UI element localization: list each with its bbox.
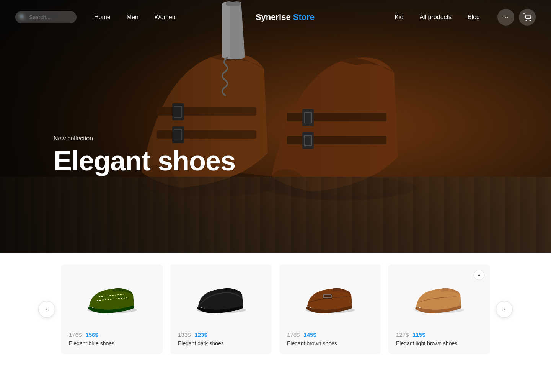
header: 🔍 Home Men Women Synerise Store Kid All … bbox=[0, 0, 551, 34]
nav-kid[interactable]: Kid bbox=[388, 11, 409, 24]
nav-home[interactable]: Home bbox=[88, 11, 117, 24]
brown-shoe-image bbox=[302, 283, 359, 314]
hero-content: New collection Elegant shoes bbox=[54, 135, 235, 176]
original-price-2: 133$ bbox=[178, 332, 191, 338]
product-card: × 127$ 115$ Elegant light brown shoes bbox=[388, 264, 490, 354]
products-section: ‹ 176$ 156$ Eleg bbox=[0, 253, 551, 369]
carousel-next-button[interactable]: › bbox=[496, 301, 513, 318]
product-prices-1: 176$ 156$ bbox=[69, 332, 155, 338]
nav-blog[interactable]: Blog bbox=[461, 11, 486, 24]
product-image-light-brown bbox=[396, 272, 482, 325]
product-image-dark bbox=[178, 272, 264, 325]
product-card: 178$ 145$ Elegant brown shoes bbox=[279, 264, 381, 354]
product-prices-4: 127$ 115$ bbox=[396, 332, 482, 338]
nav-women[interactable]: Women bbox=[148, 11, 182, 24]
logo[interactable]: Synerise Store bbox=[256, 12, 315, 22]
logo-blue: Store bbox=[293, 12, 315, 22]
main-nav-right: Kid All products Blog bbox=[388, 11, 486, 24]
original-price-1: 176$ bbox=[69, 332, 82, 338]
product-card: 133$ 123$ Elegant dark shoes bbox=[170, 264, 272, 354]
search-input[interactable] bbox=[15, 11, 77, 23]
sale-price-2: 123$ bbox=[194, 332, 207, 338]
svg-point-0 bbox=[526, 20, 527, 21]
sale-price-1: 156$ bbox=[85, 332, 98, 338]
search-wrapper: 🔍 bbox=[15, 11, 77, 23]
product-prices-2: 133$ 123$ bbox=[178, 332, 264, 338]
more-button[interactable]: ··· bbox=[497, 9, 514, 26]
cart-icon bbox=[523, 13, 531, 21]
header-right-nav: Kid All products Blog ··· bbox=[388, 9, 536, 26]
hero-section: New collection Elegant shoes bbox=[0, 0, 551, 253]
carousel-wrapper: ‹ 176$ 156$ Eleg bbox=[0, 264, 551, 354]
product-name-3: Elegant brown shoes bbox=[287, 340, 373, 346]
nav-all-products[interactable]: All products bbox=[413, 11, 458, 24]
main-nav: Home Men Women bbox=[88, 11, 182, 24]
product-image-blue bbox=[69, 272, 155, 325]
product-name-4: Elegant light brown shoes bbox=[396, 340, 482, 346]
cart-button[interactable] bbox=[519, 9, 536, 26]
header-left: 🔍 Home Men Women bbox=[15, 11, 182, 24]
product-image-brown bbox=[287, 272, 373, 325]
close-button[interactable]: × bbox=[474, 270, 484, 280]
hero-title: Elegant shoes bbox=[54, 146, 235, 176]
hero-subtitle: New collection bbox=[54, 135, 235, 142]
nav-men[interactable]: Men bbox=[121, 11, 145, 24]
product-name-1: Elegant blue shoes bbox=[69, 340, 155, 346]
sale-price-3: 145$ bbox=[303, 332, 316, 338]
hero-overlay bbox=[0, 0, 551, 253]
product-name-2: Elegant dark shoes bbox=[178, 340, 264, 346]
dark-shoe-image bbox=[192, 283, 250, 314]
product-prices-3: 178$ 145$ bbox=[287, 332, 373, 338]
header-actions: ··· bbox=[497, 9, 536, 26]
blue-shoe-image bbox=[83, 283, 141, 314]
original-price-4: 127$ bbox=[396, 332, 409, 338]
svg-point-1 bbox=[530, 20, 530, 21]
light-brown-shoe-image bbox=[411, 283, 468, 314]
logo-text: Synerise bbox=[256, 12, 293, 22]
products-grid: 176$ 156$ Elegant blue shoes bbox=[61, 264, 490, 354]
sale-price-4: 115$ bbox=[412, 332, 425, 338]
original-price-3: 178$ bbox=[287, 332, 300, 338]
product-card: 176$ 156$ Elegant blue shoes bbox=[61, 264, 163, 354]
carousel-prev-button[interactable]: ‹ bbox=[38, 301, 55, 318]
